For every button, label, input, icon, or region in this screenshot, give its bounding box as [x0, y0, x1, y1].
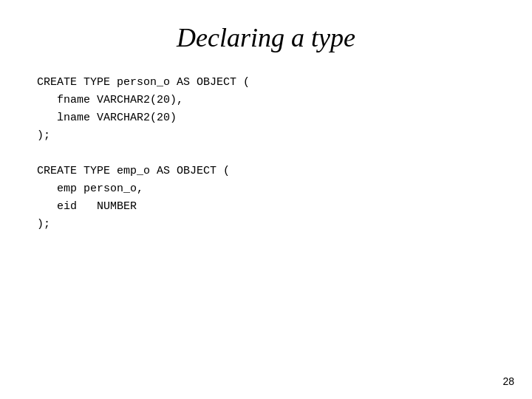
slide-title: Declaring a type [37, 22, 495, 53]
code-block-1: CREATE TYPE person_o AS OBJECT ( fname V… [37, 74, 495, 145]
page-number: 28 [502, 375, 514, 387]
code-block-2: CREATE TYPE emp_o AS OBJECT ( emp person… [37, 163, 495, 233]
slide: Declaring a type CREATE TYPE person_o AS… [0, 0, 532, 399]
